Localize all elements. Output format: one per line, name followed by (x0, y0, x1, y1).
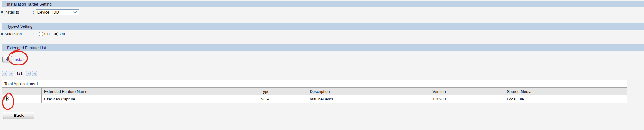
first-page-button[interactable] (2, 71, 7, 76)
section-header-type-j: Type-J Setting (2, 23, 644, 30)
colon: : (33, 32, 34, 36)
install-to-selected-value: Device HDD (37, 10, 59, 14)
column-header-type: Type (258, 88, 307, 95)
section-header-extended-feature-list: Extended Feature List (2, 44, 644, 51)
last-page-button[interactable] (32, 71, 37, 76)
section-title: Type-J Setting (7, 24, 32, 29)
colon: : (33, 10, 34, 14)
total-applications: Total Applications:1 (2, 80, 627, 88)
auto-start-on-label: On (44, 32, 50, 36)
install-to-label: Install to (4, 10, 33, 14)
table-total-row: Total Applications:1 (2, 80, 627, 88)
cell-source-media: Local File (504, 95, 627, 103)
column-header-description: Description (307, 88, 430, 95)
column-header-name: Extended Feature Name (41, 88, 258, 95)
red-annotation-overlay (0, 0, 644, 130)
page-indicator: 1/1 (17, 71, 23, 76)
column-header-source-media: Source Media (504, 88, 627, 95)
cell-type: SOP (258, 95, 307, 103)
next-page-button[interactable] (26, 71, 31, 76)
back-button[interactable]: Back (3, 112, 34, 119)
row-select-cell (2, 95, 42, 103)
auto-start-row: Auto Start : On Off (1, 31, 65, 37)
auto-start-off-radio[interactable] (54, 32, 58, 36)
down-arrow-icon (6, 57, 9, 61)
chevron-down-icon (73, 11, 77, 13)
section-header-installation-target: Installation Target Setting (2, 1, 644, 7)
auto-start-label: Auto Start (4, 32, 33, 36)
pagination: 1/1 (2, 71, 37, 76)
install-link[interactable]: Install (13, 57, 24, 62)
last-page-icon (33, 72, 36, 75)
row-select-radio[interactable] (4, 96, 9, 101)
prev-page-icon (10, 72, 13, 75)
cell-description: outLineDescr (307, 95, 430, 103)
next-page-icon (27, 72, 30, 75)
section-title: Installation Target Setting (7, 2, 52, 6)
install-to-select[interactable]: Device HDD (36, 9, 79, 15)
extended-feature-install-page: Installation Target Setting Install to :… (0, 0, 644, 130)
table-header-row: Extended Feature Name Type Description V… (2, 88, 627, 95)
cell-version: 1.0.263 (430, 95, 504, 103)
auto-start-off-label: Off (60, 32, 65, 36)
bullet-square-icon (1, 11, 3, 13)
auto-start-on-radio[interactable] (39, 32, 43, 36)
section-title: Extended Feature List (7, 45, 46, 50)
previous-page-button[interactable] (9, 71, 13, 76)
horizontal-divider (2, 108, 627, 108)
install-button[interactable] (2, 56, 12, 63)
install-to-row: Install to : Device HDD (1, 9, 79, 15)
column-header-version: Version (430, 88, 504, 95)
first-page-icon (3, 72, 6, 75)
cell-feature-name: EzeScan Capture (41, 95, 258, 103)
back-button-label: Back (14, 113, 24, 118)
extended-feature-table: Total Applications:1 Extended Feature Na… (2, 80, 627, 103)
select-column-header (2, 88, 42, 95)
bullet-square-icon (1, 33, 3, 35)
table-row: EzeScan Capture SOP outLineDescr 1.0.263… (2, 95, 627, 103)
